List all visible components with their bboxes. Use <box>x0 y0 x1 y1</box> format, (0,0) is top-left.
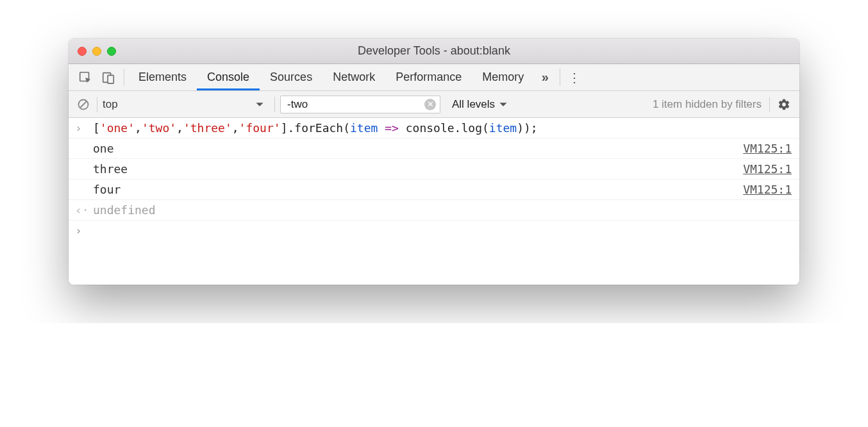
code-token: ( <box>343 121 350 135</box>
console-log-row: oneVM125:1 <box>69 138 799 159</box>
separator <box>274 97 275 112</box>
x-icon: ✕ <box>427 100 434 108</box>
clear-console-button[interactable] <box>75 96 92 113</box>
code-token: => <box>385 121 399 135</box>
code-token: [ <box>93 121 100 135</box>
code-token: forEach <box>294 121 343 135</box>
console-body: › ['one','two','three','four'].forEach(i… <box>69 118 799 285</box>
zoom-window-button[interactable] <box>107 47 116 56</box>
code-token: , <box>232 121 239 135</box>
log-level-selector[interactable]: All levels <box>452 98 508 111</box>
console-settings-button[interactable] <box>775 98 793 111</box>
log-source-link[interactable]: VM125:1 <box>743 162 792 176</box>
console-prompt-row[interactable]: › <box>69 221 799 240</box>
levels-label: All levels <box>452 98 495 111</box>
separator <box>124 69 124 86</box>
code-token: 'four' <box>239 121 281 135</box>
log-message: four <box>93 183 743 196</box>
output-chevron-icon: ‹· <box>75 203 93 217</box>
console-toolbar: top ✕ All levels 1 item hidden by filter… <box>69 91 799 118</box>
console-return-row: ‹· undefined <box>69 200 799 221</box>
tab-network[interactable]: Network <box>322 64 385 90</box>
code-token: 'three' <box>183 121 232 135</box>
code-token: 'one' <box>100 121 135 135</box>
tab-console[interactable]: Console <box>197 64 260 90</box>
inspect-element-icon[interactable] <box>74 64 97 90</box>
console-log-row: threeVM125:1 <box>69 159 799 180</box>
close-window-button[interactable] <box>78 47 87 56</box>
console-log-row: fourVM125:1 <box>69 180 799 200</box>
separator <box>769 97 770 112</box>
code-token: ]. <box>281 121 295 135</box>
filter-box: ✕ <box>280 96 440 113</box>
code-token: item <box>489 121 517 135</box>
log-source-link[interactable]: VM125:1 <box>743 183 792 196</box>
device-toolbar-icon[interactable] <box>97 64 120 90</box>
code-token: 'two' <box>142 121 176 135</box>
tab-performance[interactable]: Performance <box>385 64 472 90</box>
devtools-window: Developer Tools - about:blank ElementsCo… <box>69 38 799 285</box>
separator <box>97 97 97 112</box>
minimize-window-button[interactable] <box>92 47 101 56</box>
devtools-tabbar: ElementsConsoleSourcesNetworkPerformance… <box>69 64 799 91</box>
caret-down-icon <box>255 100 264 109</box>
tabs-overflow-button[interactable]: » <box>534 64 556 90</box>
code-token: , <box>135 121 142 135</box>
tab-sources[interactable]: Sources <box>260 64 322 90</box>
kebab-icon: ⋮ <box>568 70 581 85</box>
tab-memory[interactable]: Memory <box>472 64 534 90</box>
hidden-items-text: 1 item hidden by filters <box>653 98 762 111</box>
code-token <box>378 121 385 135</box>
tab-elements[interactable]: Elements <box>128 64 197 90</box>
log-message: one <box>93 142 743 155</box>
context-label: top <box>103 98 118 111</box>
code-token: , <box>176 121 183 135</box>
caret-down-icon <box>499 100 508 109</box>
log-message: three <box>93 162 743 176</box>
filter-input[interactable] <box>287 98 424 111</box>
svg-rect-2 <box>108 75 113 83</box>
console-input-row: › ['one','two','three','four'].forEach(i… <box>69 118 799 138</box>
window-title: Developer Tools - about:blank <box>69 44 799 58</box>
window-controls <box>78 47 116 56</box>
code-token: console.log( <box>399 121 489 135</box>
return-value: undefined <box>93 203 792 217</box>
log-source-link[interactable]: VM125:1 <box>743 142 792 155</box>
execution-context-selector[interactable]: top <box>103 98 269 111</box>
chevron-double-right-icon: » <box>542 70 549 85</box>
input-chevron-icon: › <box>75 121 93 135</box>
code-token: )); <box>517 121 538 135</box>
code-token: item <box>350 121 378 135</box>
devtools-menu-button[interactable]: ⋮ <box>564 64 585 90</box>
console-input-code[interactable]: ['one','two','three','four'].forEach(ite… <box>93 121 792 135</box>
clear-filter-button[interactable]: ✕ <box>424 99 436 110</box>
prompt-chevron-icon: › <box>75 224 93 237</box>
separator <box>560 69 560 86</box>
titlebar: Developer Tools - about:blank <box>69 38 799 64</box>
